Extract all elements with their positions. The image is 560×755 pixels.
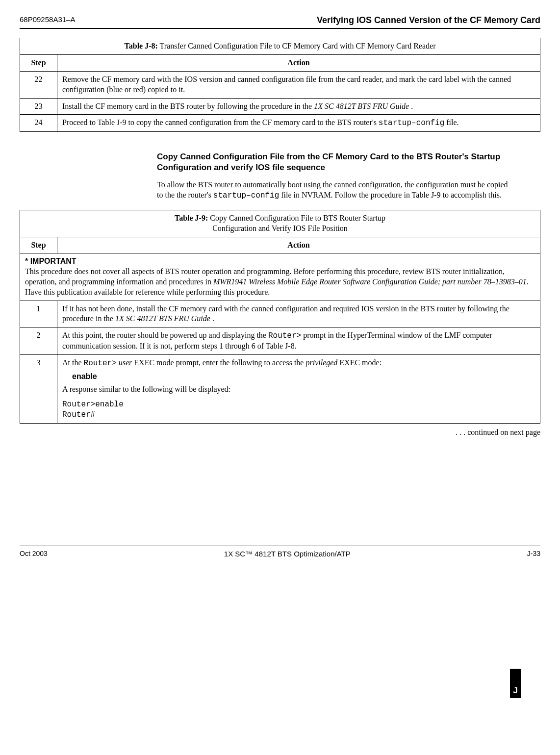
table-j8-title-rest: Transfer Canned Configuration File to CF… [158,42,436,50]
table-j9-title: Table J-9: Copy Canned Configuration Fil… [20,210,540,237]
code-line: Router>enable [62,400,535,410]
doc-title: Verifying IOS Canned Version of the CF M… [317,15,540,26]
table-j8: Table J-8: Transfer Canned Configuration… [20,38,540,132]
table-j8-title-label: Table J-8: [125,42,158,50]
action-text: At this point, the router should be powe… [62,331,268,339]
table-j8-step-head: Step [20,55,57,72]
action-code: Router> [268,331,301,340]
action-resp-code: Router>enable Router# [62,400,535,420]
table-j8-action-head: Action [57,55,540,72]
table-row: 2 At this point, the router should be po… [20,327,540,355]
action-text: Proceed to Table J-9 to copy the canned … [62,118,379,126]
action-em: 1X SC 4812T BTS FRU Guide [314,102,411,110]
section-body: To allow the BTS router to automatically… [157,180,511,201]
action-cell: If it has not been done, install the CF … [57,301,540,327]
action-text: file. [444,118,458,126]
important-cell: * IMPORTANT This procedure does not cove… [20,253,540,301]
step-cell: 3 [20,354,57,423]
table-j8-title: Table J-8: Transfer Canned Configuration… [20,38,540,55]
table-row: 23 Install the CF memory card in the BTS… [20,98,540,115]
table-j9-title-label: Table J-9: [175,214,208,222]
doc-id: 68P09258A31–A [20,15,75,26]
table-j9-title-line2: Configuration and Verify IOS File Positi… [212,224,348,232]
continued-note: . . . continued on next page [20,428,540,438]
section-block: Copy Canned Configuration File from the … [157,151,511,201]
footer-center: 1X SC™ 4812T BTS Optimization/ATP [224,549,351,559]
table-j9-title-line1: Copy Canned Configuration File to BTS Ro… [208,214,385,222]
action-cell: Remove the CF memory card with the IOS v… [57,71,540,98]
important-label: * IMPORTANT [25,257,76,265]
action-code: startup–config [379,119,444,127]
action-text: At the [62,358,84,367]
table-row: 3 At the Router> user EXEC mode prompt, … [20,354,540,423]
action-em: privileged [305,358,337,367]
action-cmd: enable [72,372,97,380]
action-text: EXEC mode prompt, enter the following to… [132,358,305,367]
table-j9: Table J-9: Copy Canned Configuration Fil… [20,210,540,424]
code-line: Router# [62,410,535,420]
action-resp-intro: A response similar to the following will… [62,384,535,395]
table-row-important: * IMPORTANT This procedure does not cove… [20,253,540,301]
page-header: 68P09258A31–A Verifying IOS Canned Versi… [20,15,540,29]
page-footer: Oct 2003 1X SC™ 4812T BTS Optimization/A… [20,546,540,559]
action-cell: Proceed to Table J-9 to copy the canned … [57,115,540,132]
action-text: . [212,314,214,323]
action-code: Router> [84,359,117,368]
table-j9-step-head: Step [20,237,57,253]
action-em: 1X SC 4812T BTS FRU Guide [115,314,212,323]
action-em: user [119,358,132,367]
action-cell: Install the CF memory card in the BTS ro… [57,98,540,115]
section-text: file in NVRAM. Follow the procedure in T… [279,191,502,199]
footer-left: Oct 2003 [20,549,48,558]
step-cell: 1 [20,301,57,327]
action-cell: At the Router> user EXEC mode prompt, en… [57,354,540,423]
section-code: startup–config [213,191,279,200]
footer-right: J-33 [527,549,540,558]
section-heading: Copy Canned Configuration File from the … [157,151,511,173]
action-cell: At this point, the router should be powe… [57,327,540,355]
action-text: . [411,102,413,110]
table-j9-action-head: Action [57,237,540,253]
table-row: 24 Proceed to Table J-9 to copy the cann… [20,115,540,132]
step-cell: 24 [20,115,57,132]
action-text: Install the CF memory card in the BTS ro… [62,102,314,110]
step-cell: 23 [20,98,57,115]
table-row: 22 Remove the CF memory card with the IO… [20,71,540,98]
appendix-tab: J [510,669,521,698]
step-cell: 22 [20,71,57,98]
table-row: 1 If it has not been done, install the C… [20,301,540,327]
action-text: EXEC mode: [337,358,382,367]
important-em: MWR1941 Wireless Mobile Edge Router Soft… [213,277,527,286]
step-cell: 2 [20,327,57,355]
